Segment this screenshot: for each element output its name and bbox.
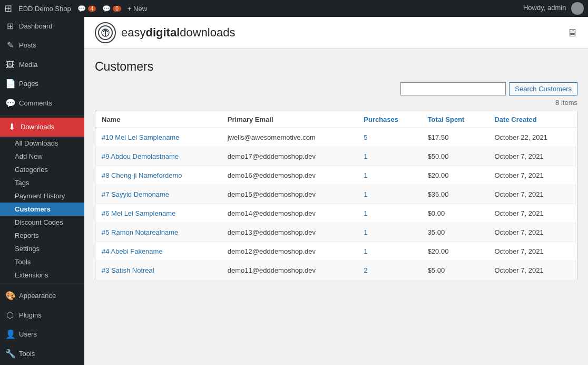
purchases-link[interactable]: 1 [364, 190, 367, 198]
customer-date-cell: October 7, 2021 [488, 147, 577, 166]
customer-name-link[interactable]: #5 Ramon Notarealname [102, 228, 178, 236]
customer-purchases-cell: 1 [357, 185, 421, 204]
customers-tbody: #10 Mei Lei Samplenamejwells@awesomemoti… [95, 128, 577, 280]
edd-header: easydigitaldownloads 🖥 [84, 17, 588, 49]
customer-email-cell: demo15@edddemoshop.dev [221, 185, 357, 204]
page-title: Customers [95, 60, 577, 74]
sidebar-item-media[interactable]: 🖼 Media [0, 55, 84, 74]
sidebar-item-plugins[interactable]: ⬡ Plugins [0, 306, 84, 325]
customer-email-cell: demo12@edddemoshop.dev [221, 242, 357, 261]
sidebar-item-downloads[interactable]: ⬇ Downloads [0, 118, 84, 137]
col-header-total-spent[interactable]: Total Spent [422, 111, 488, 128]
customer-name-link[interactable]: #3 Satish Notreal [102, 266, 154, 274]
monitor-icon[interactable]: 🖥 [567, 27, 577, 39]
adminbar-messages[interactable]: 💬 0 [102, 5, 121, 13]
downloads-icon: ⬇ [7, 121, 16, 133]
sidebar-sub-reports[interactable]: Reports [0, 229, 84, 242]
search-customers-input[interactable] [400, 82, 506, 95]
sidebar-item-posts[interactable]: ✎ Posts [0, 36, 84, 55]
table-row: #4 Abebi Fakenamedemo12@edddemoshop.dev1… [95, 242, 577, 261]
sidebar-label-appearance: Appearance [19, 291, 56, 301]
sidebar-item-dashboard[interactable]: ⊞ Dashboard [0, 17, 84, 36]
sidebar-divider-2 [0, 284, 84, 284]
customer-total-cell: $5.00 [422, 261, 488, 280]
comments-bubble-icon: 💬 [5, 98, 15, 109]
sidebar-sub-customers[interactable]: Customers [0, 203, 84, 216]
sidebar-label-comments: Comments [19, 99, 52, 108]
sidebar-label-downloads: Downloads [21, 122, 54, 132]
sidebar-sub-all-downloads[interactable]: All Downloads [0, 137, 84, 150]
sidebar-sub-settings[interactable]: Settings [0, 242, 84, 255]
purchases-link[interactable]: 1 [364, 171, 367, 179]
adminbar-site-name[interactable]: EDD Demo Shop [18, 5, 71, 13]
col-header-date-created[interactable]: Date Created [488, 111, 577, 128]
purchases-link[interactable]: 1 [364, 247, 367, 255]
customer-email-cell: demo16@edddemoshop.dev [221, 166, 357, 185]
wp-logo-icon[interactable]: ⊞ [4, 3, 12, 14]
edd-text-downloads: downloads [180, 26, 235, 39]
purchases-link[interactable]: 1 [364, 228, 367, 236]
customer-date-cell: October 7, 2021 [488, 204, 577, 223]
customer-name-cell: #10 Mei Lei Samplename [95, 128, 221, 147]
customer-email-cell: demo11@edddemoshop.dev [221, 261, 357, 280]
adminbar-user[interactable]: Howdy, admin [523, 2, 584, 15]
customer-email-cell: jwells@awesomemotive.com [221, 128, 357, 147]
table-row: #5 Ramon Notarealnamedemo13@edddemoshop.… [95, 223, 577, 242]
sidebar-sub-categories[interactable]: Categories [0, 163, 84, 176]
customer-purchases-cell: 1 [357, 204, 421, 223]
sidebar-item-comments[interactable]: 💬 Comments [0, 94, 84, 113]
customer-date-cell: October 7, 2021 [488, 242, 577, 261]
pages-icon: 📄 [5, 78, 15, 90]
customer-name-link[interactable]: #4 Abebi Fakename [102, 247, 163, 255]
search-customers-button[interactable]: Search Customers [509, 82, 577, 95]
sidebar-item-pages[interactable]: 📄 Pages [0, 74, 84, 93]
sidebar-label-posts: Posts [19, 41, 36, 50]
customer-date-cell: October 7, 2021 [488, 261, 577, 280]
col-header-purchases[interactable]: Purchases [357, 111, 421, 128]
customer-total-cell: $20.00 [422, 166, 488, 185]
edd-logo-text: easydigitaldownloads [121, 26, 235, 40]
customer-name-link[interactable]: #10 Mei Lei Samplename [102, 133, 179, 141]
media-icon: 🖼 [5, 59, 15, 71]
adminbar-comments[interactable]: 💬 4 [77, 5, 96, 13]
sidebar-sub-payment-history[interactable]: Payment History [0, 189, 84, 203]
sidebar-sub-tags[interactable]: Tags [0, 176, 84, 189]
customer-name-link[interactable]: #7 Sayyid Demoname [102, 190, 169, 198]
sidebar-sub-tools[interactable]: Tools [0, 255, 84, 268]
messages-icon: 💬 [102, 5, 111, 13]
sidebar-label-dashboard: Dashboard [19, 22, 53, 31]
purchases-link[interactable]: 2 [364, 266, 367, 274]
customer-total-cell: $0.00 [422, 204, 488, 223]
purchases-link[interactable]: 1 [364, 152, 367, 160]
col-purchases-sort-link[interactable]: Purchases [364, 116, 398, 123]
customer-name-cell: #4 Abebi Fakename [95, 242, 221, 261]
customer-name-link[interactable]: #8 Cheng-ji Namefordemo [102, 171, 182, 179]
customer-name-cell: #5 Ramon Notarealname [95, 223, 221, 242]
customer-name-link[interactable]: #6 Mei Lei Samplename [102, 209, 175, 217]
purchases-link[interactable]: 1 [364, 209, 367, 217]
comments-count: 4 [88, 6, 96, 12]
col-date-sort-link[interactable]: Date Created [494, 116, 536, 123]
sidebar-sub-add-new[interactable]: Add New [0, 150, 84, 163]
howdy-label: Howdy, admin [523, 4, 566, 12]
adminbar-new[interactable]: + New [128, 5, 147, 13]
sidebar-item-users[interactable]: 👤 Users [0, 325, 84, 344]
sidebar-sub-discount-codes[interactable]: Discount Codes [0, 216, 84, 229]
customer-total-cell: 35.00 [422, 223, 488, 242]
sidebar-item-appearance[interactable]: 🎨 Appearance [0, 286, 84, 305]
edd-logo-icon [95, 22, 116, 43]
purchases-link[interactable]: 5 [364, 133, 367, 141]
main-content: easydigitaldownloads 🖥 Customers Search … [84, 17, 588, 365]
appearance-icon: 🎨 [5, 290, 15, 302]
users-icon: 👤 [5, 329, 15, 340]
col-header-email: Primary Email [221, 111, 357, 128]
page-content-area: Customers Search Customers 8 items Name … [84, 49, 588, 365]
customer-purchases-cell: 2 [357, 261, 421, 280]
col-total-sort-link[interactable]: Total Spent [428, 116, 465, 123]
sidebar-sub-extensions[interactable]: Extensions [0, 268, 84, 282]
col-email-label: Primary Email [228, 116, 273, 123]
col-header-name: Name [95, 111, 221, 128]
customer-name-link[interactable]: #9 Abdou Demolastname [102, 152, 179, 160]
sidebar-item-tools[interactable]: 🔧 Tools [0, 344, 84, 363]
plugins-icon: ⬡ [5, 310, 15, 321]
